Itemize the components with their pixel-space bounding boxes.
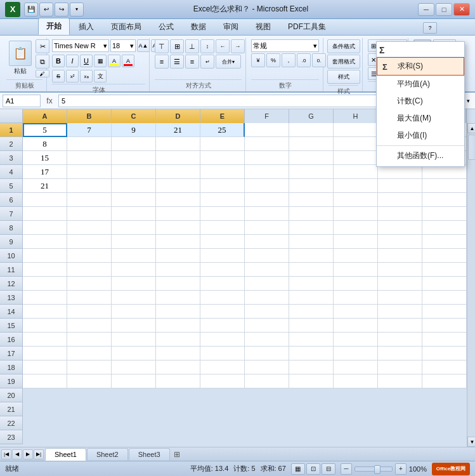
add-sheet-btn[interactable]: ⊞ bbox=[171, 449, 183, 459]
row-header-6[interactable]: 6 bbox=[0, 193, 23, 207]
strikethrough-btn[interactable]: S bbox=[52, 70, 65, 83]
page-layout-view-btn[interactable]: ⊡ bbox=[306, 463, 320, 475]
table-style-btn[interactable]: 套用格式 bbox=[327, 55, 360, 69]
row-header-9[interactable]: 9 bbox=[0, 235, 23, 249]
increase-decimal-btn[interactable]: .0 bbox=[297, 53, 311, 67]
bold-btn[interactable]: B bbox=[52, 55, 65, 67]
ribbon-help-btn[interactable]: ? bbox=[423, 22, 437, 34]
cell-D3[interactable] bbox=[156, 151, 200, 165]
cell-B1[interactable]: 7 bbox=[67, 123, 112, 137]
tab-pdf[interactable]: PDF工具集 bbox=[280, 18, 334, 35]
zoom-out-btn[interactable]: ─ bbox=[341, 463, 352, 475]
redo-btn[interactable]: ↪ bbox=[55, 3, 68, 17]
cell-G2[interactable] bbox=[289, 137, 334, 151]
cell-G3[interactable] bbox=[289, 151, 334, 165]
increase-font-btn[interactable]: A▲ bbox=[137, 39, 150, 52]
cell-A2[interactable]: 8 bbox=[23, 137, 67, 151]
italic-btn[interactable]: I bbox=[66, 55, 79, 67]
zoom-in-btn[interactable]: + bbox=[395, 463, 407, 475]
sheet-last-btn[interactable]: ▶| bbox=[34, 449, 44, 459]
cell-H5[interactable] bbox=[334, 179, 378, 193]
cell-E3[interactable] bbox=[200, 151, 245, 165]
underline-btn[interactable]: U bbox=[80, 55, 93, 67]
dropdown-item-max[interactable]: 最大值(M) bbox=[377, 110, 464, 127]
cell-B5[interactable] bbox=[67, 179, 112, 193]
cell-D5[interactable] bbox=[156, 179, 200, 193]
row-header-22[interactable]: 22 bbox=[0, 416, 23, 430]
close-btn[interactable]: ✕ bbox=[453, 3, 470, 16]
normal-view-btn[interactable]: ▦ bbox=[291, 463, 305, 475]
cell-A3[interactable]: 15 bbox=[23, 151, 67, 165]
cell-H2[interactable] bbox=[334, 137, 378, 151]
tab-data[interactable]: 数据 bbox=[183, 18, 214, 35]
cell-G5[interactable] bbox=[289, 179, 334, 193]
cell-K4[interactable] bbox=[422, 165, 467, 179]
zoom-thumb[interactable] bbox=[374, 465, 381, 474]
row-header-5[interactable]: 5 bbox=[0, 179, 23, 193]
tab-formula[interactable]: 公式 bbox=[150, 18, 182, 35]
row-header-17[interactable]: 17 bbox=[0, 347, 23, 360]
row-header-12[interactable]: 12 bbox=[0, 277, 23, 291]
cell-I4[interactable] bbox=[378, 165, 422, 179]
cell-E1[interactable]: 25 bbox=[200, 123, 245, 137]
left-align-btn[interactable]: ≡ bbox=[155, 55, 169, 69]
sheet-next-btn[interactable]: ▶ bbox=[23, 449, 33, 459]
col-header-A[interactable]: A bbox=[23, 109, 67, 123]
superscript-btn[interactable]: x² bbox=[66, 70, 79, 83]
tab-page-layout[interactable]: 页面布局 bbox=[103, 18, 150, 35]
middle-align-btn[interactable]: ⊞ bbox=[170, 39, 184, 53]
subscript-btn[interactable]: x₂ bbox=[80, 70, 93, 83]
customize-btn[interactable]: ▾ bbox=[70, 3, 84, 17]
sheet-prev-btn[interactable]: ◀ bbox=[12, 449, 22, 459]
cell-H4[interactable] bbox=[334, 165, 378, 179]
restore-btn[interactable]: □ bbox=[436, 3, 452, 16]
row-header-18[interactable]: 18 bbox=[0, 360, 23, 374]
cell-I5[interactable] bbox=[378, 179, 422, 193]
cell-F4[interactable] bbox=[245, 165, 289, 179]
row-header-8[interactable]: 8 bbox=[0, 221, 23, 235]
cell-B2[interactable] bbox=[67, 137, 112, 151]
fill-color-btn[interactable]: A bbox=[108, 55, 120, 67]
page-break-view-btn[interactable]: ⊟ bbox=[322, 463, 335, 475]
dropdown-item-more[interactable]: 其他函数(F)... bbox=[377, 147, 464, 164]
currency-btn[interactable]: ¥ bbox=[251, 53, 265, 67]
col-header-C[interactable]: C bbox=[112, 109, 156, 123]
font-name-select[interactable]: Times New R ▾ bbox=[52, 39, 109, 52]
wrap-text-btn[interactable]: ↵ bbox=[200, 55, 214, 69]
row-header-15[interactable]: 15 bbox=[0, 319, 23, 333]
row-header-13[interactable]: 13 bbox=[0, 291, 23, 305]
copy-btn[interactable]: ⧉ bbox=[36, 55, 49, 69]
expand-formula-btn[interactable]: ▾ bbox=[464, 95, 472, 107]
col-header-F[interactable]: F bbox=[245, 109, 289, 123]
conditional-format-btn[interactable]: 条件格式 bbox=[327, 39, 360, 53]
cell-C2[interactable] bbox=[112, 137, 156, 151]
cell-B4[interactable] bbox=[67, 165, 112, 179]
col-header-G[interactable]: G bbox=[289, 109, 334, 123]
wen-btn[interactable]: 文 bbox=[94, 70, 107, 83]
row-header-3[interactable]: 3 bbox=[0, 151, 23, 165]
cell-K5[interactable] bbox=[422, 179, 467, 193]
right-align-btn[interactable]: ≡ bbox=[185, 55, 199, 69]
scroll-down-btn[interactable]: ▼ bbox=[467, 437, 476, 447]
cell-F2[interactable] bbox=[245, 137, 289, 151]
bottom-align-btn[interactable]: ⊥ bbox=[185, 39, 199, 53]
tab-view[interactable]: 视图 bbox=[247, 18, 279, 35]
row-header-20[interactable]: 20 bbox=[0, 388, 23, 402]
cell-F3[interactable] bbox=[245, 151, 289, 165]
cell-reference-box[interactable]: A1 bbox=[3, 95, 41, 107]
tab-review[interactable]: 审阅 bbox=[215, 18, 247, 35]
cell-H3[interactable] bbox=[334, 151, 378, 165]
indent-inc-btn[interactable]: → bbox=[231, 39, 245, 53]
top-align-btn[interactable]: ⊤ bbox=[155, 39, 169, 53]
indent-dec-btn[interactable]: ← bbox=[216, 39, 230, 53]
cell-D2[interactable] bbox=[156, 137, 200, 151]
scroll-up-btn[interactable]: ▲ bbox=[467, 123, 476, 133]
cell-E2[interactable] bbox=[200, 137, 245, 151]
cell-E5[interactable] bbox=[200, 179, 245, 193]
cell-C1[interactable]: 9 bbox=[112, 123, 156, 137]
col-header-D[interactable]: D bbox=[156, 109, 200, 123]
number-format-select[interactable]: 常规 ▾ bbox=[251, 39, 319, 52]
cell-C4[interactable] bbox=[112, 165, 156, 179]
row-header-2[interactable]: 2 bbox=[0, 137, 23, 151]
zoom-slider[interactable] bbox=[355, 466, 393, 472]
